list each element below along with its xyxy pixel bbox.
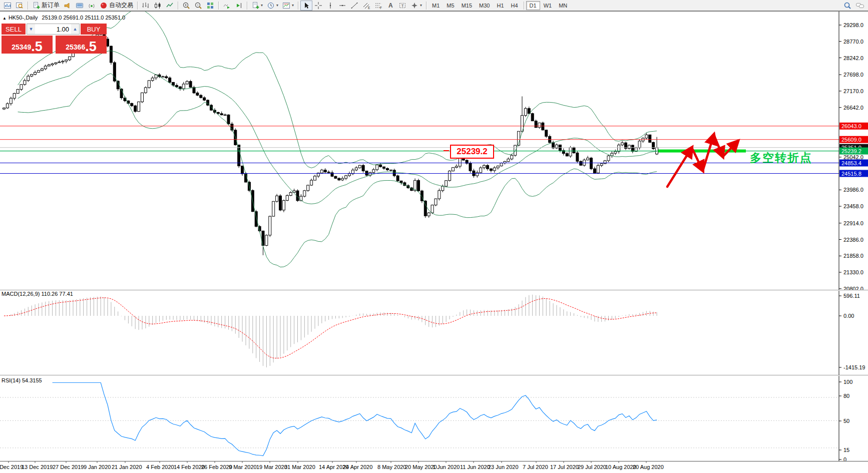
signals-button[interactable] <box>86 1 98 11</box>
periods-button[interactable]: ▾ <box>265 1 280 11</box>
svg-text:27170.0: 27170.0 <box>843 88 863 94</box>
chart-shift-button[interactable] <box>233 1 245 11</box>
timeframe-w1-button[interactable]: W1 <box>540 1 556 10</box>
horizontal-line-icon <box>338 2 346 10</box>
red-zigzag-arrow[interactable] <box>703 135 714 171</box>
channel-tool-button[interactable]: E <box>360 1 372 11</box>
svg-text:23 Jun 2020: 23 Jun 2020 <box>488 464 519 470</box>
svg-text:24853.4: 24853.4 <box>841 160 861 166</box>
svg-text:15: 15 <box>843 447 849 453</box>
svg-text:24515.8: 24515.8 <box>841 171 861 177</box>
price-label-dash <box>444 150 449 151</box>
toolbar-separator <box>247 2 247 10</box>
toolbar-separator <box>28 2 28 10</box>
svg-text:596.11: 596.11 <box>843 293 860 299</box>
collapse-panel-icon[interactable]: ▲ <box>3 16 7 21</box>
volume-increase-button[interactable]: ▲ <box>71 24 79 34</box>
new-order-button[interactable]: 新订单 <box>30 1 62 11</box>
search-button[interactable] <box>841 1 853 11</box>
trendline-tool-button[interactable] <box>348 1 360 11</box>
thick-green-level-bar[interactable] <box>658 150 746 153</box>
chat-button[interactable] <box>853 1 866 11</box>
indicators-button[interactable]: ▾ <box>249 1 265 11</box>
svg-text:31 Mar 2020: 31 Mar 2020 <box>284 464 315 470</box>
sell-price[interactable]: 25349.5 <box>2 36 53 54</box>
text-label-tool-button[interactable]: T <box>396 1 408 11</box>
chart-canvas[interactable]: 29298.028770.028242.027698.027170.026642… <box>0 12 868 473</box>
text-tool-button[interactable]: A <box>384 1 396 11</box>
timeframe-m15-button[interactable]: M15 <box>458 1 476 10</box>
svg-text:27698.0: 27698.0 <box>843 72 863 78</box>
terminal-button[interactable] <box>74 1 86 11</box>
svg-text:22914.0: 22914.0 <box>843 220 863 226</box>
mt4-window: 新订单 自动交易 <box>0 0 868 473</box>
sell-button[interactable]: SELL <box>2 24 26 35</box>
rsi-label: RSI(14) 54.3155 <box>2 377 42 383</box>
arrows-tool-button[interactable]: ▾ <box>408 1 424 11</box>
svg-text:F: F <box>380 6 382 9</box>
rsi-pane <box>0 383 839 456</box>
candlestick-icon <box>154 2 162 10</box>
chevron-down-icon: ▾ <box>276 4 278 8</box>
tile-windows-button[interactable] <box>204 1 216 11</box>
candlestick-series <box>3 29 658 255</box>
red-zigzag-arrow[interactable] <box>667 148 692 187</box>
toolbar-separator <box>524 2 524 10</box>
buy-price-frac: .5 <box>85 42 97 53</box>
line-chart-icon <box>166 2 174 10</box>
auto-trading-label: 自动交易 <box>109 1 133 10</box>
svg-text:80: 80 <box>843 393 849 399</box>
text-label-icon: T <box>398 2 406 10</box>
cursor-tool-button[interactable] <box>300 1 312 11</box>
volume-decrease-button[interactable]: ▼ <box>27 24 35 34</box>
svg-text:9 Mar 2020: 9 Mar 2020 <box>229 464 257 470</box>
buy-price[interactable]: 25366.5 <box>56 36 107 54</box>
bar-chart-button[interactable] <box>140 1 152 11</box>
timeframe-m30-button[interactable]: M30 <box>476 1 493 10</box>
timeframe-d1-button[interactable]: D1 <box>526 1 540 10</box>
vertical-line-icon <box>326 2 334 10</box>
timeframe-m5-button[interactable]: M5 <box>443 1 458 10</box>
timeframe-mn-button[interactable]: MN <box>555 1 571 10</box>
volume-input[interactable] <box>35 24 71 34</box>
svg-text:100: 100 <box>843 379 852 385</box>
new-chart-button[interactable] <box>2 1 14 11</box>
candlestick-chart-button[interactable] <box>152 1 164 11</box>
svg-text:50: 50 <box>843 418 849 424</box>
annotations <box>658 135 746 187</box>
chart-window: 29298.028770.028242.027698.027170.026642… <box>0 11 868 473</box>
data-window-button[interactable] <box>14 1 26 11</box>
templates-button[interactable]: ▾ <box>280 1 296 11</box>
trendline-icon <box>350 2 358 10</box>
fibonacci-tool-button[interactable]: F <box>372 1 384 11</box>
red-zigzag-arrow[interactable] <box>723 141 738 157</box>
svg-text:21 Jan 2020: 21 Jan 2020 <box>112 464 142 470</box>
auto-trading-button[interactable]: 自动交易 <box>98 1 135 11</box>
timeframe-m1-button[interactable]: M1 <box>428 1 443 10</box>
axes: 29298.028770.028242.027698.027170.026642… <box>0 12 868 470</box>
svg-text:26642.0: 26642.0 <box>843 105 863 111</box>
add-indicator-icon <box>251 2 259 10</box>
timeframe-h1-button[interactable]: H1 <box>493 1 507 10</box>
turning-point-note[interactable]: 多空转折点 <box>750 150 812 166</box>
buy-button[interactable]: BUY <box>81 24 107 35</box>
one-click-trading-panel: SELL ▼ ▲ BUY 25349.5 25366.5 <box>2 24 107 54</box>
svg-text:23986.0: 23986.0 <box>843 187 863 193</box>
red-zigzag-arrow[interactable] <box>714 135 723 157</box>
zoom-in-button[interactable] <box>180 1 192 11</box>
svg-text:9 Jan 2020: 9 Jan 2020 <box>84 464 111 470</box>
horizontal-line-tool-button[interactable] <box>336 1 348 11</box>
svg-text:T: T <box>401 3 404 8</box>
price-callout-label[interactable]: 25239.2 <box>450 145 494 159</box>
crosshair-tool-button[interactable] <box>312 1 324 11</box>
alerts-button[interactable] <box>62 1 74 11</box>
vertical-line-tool-button[interactable] <box>324 1 336 11</box>
toolbar-separator <box>178 2 178 10</box>
zoom-out-button[interactable] <box>192 1 204 11</box>
line-chart-button[interactable] <box>164 1 176 11</box>
volume-stepper: ▼ ▲ <box>27 24 80 35</box>
auto-scroll-button[interactable] <box>221 1 233 11</box>
magnifier-window-icon <box>16 2 24 10</box>
timeframe-h4-button[interactable]: H4 <box>508 1 522 10</box>
sell-price-frac: .5 <box>31 42 43 53</box>
